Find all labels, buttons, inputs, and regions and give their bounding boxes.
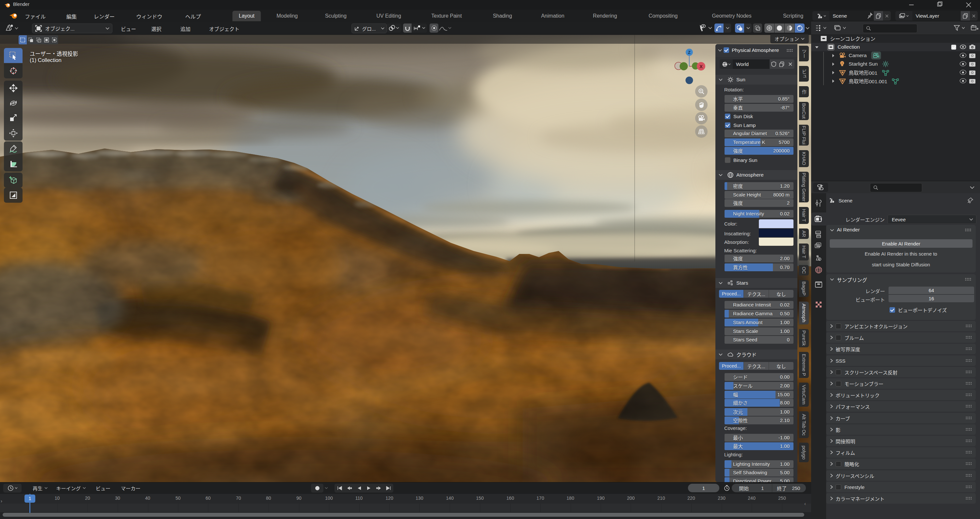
svg-text:Z: Z [688, 50, 690, 55]
svg-text:X: X [699, 64, 703, 69]
